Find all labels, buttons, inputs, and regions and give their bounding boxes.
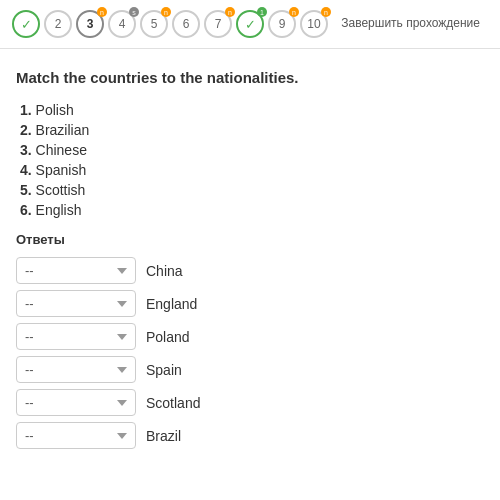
step-8-badge: 1 — [257, 7, 267, 17]
nationality-item: 5. Scottish — [20, 182, 484, 198]
answer-rows: --PolishBrazilianChineseSpanishScottishE… — [16, 257, 484, 449]
answer-country-label: Brazil — [146, 428, 181, 444]
answer-row: --PolishBrazilianChineseSpanishScottishE… — [16, 290, 484, 317]
step-9[interactable]: n 9 — [268, 10, 296, 38]
nationality-item: 3. Chinese — [20, 142, 484, 158]
nav-steps: ✓ 2 n 3 s 4 n 5 6 n 7 — [12, 10, 333, 38]
step-8[interactable]: 1 ✓ — [236, 10, 264, 38]
answer-row: --PolishBrazilianChineseSpanishScottishE… — [16, 323, 484, 350]
step-7-badge: n — [225, 7, 235, 17]
step-6[interactable]: 6 — [172, 10, 200, 38]
nationality-item: 1. Polish — [20, 102, 484, 118]
answer-select-1[interactable]: --PolishBrazilianChineseSpanishScottishE… — [16, 257, 136, 284]
nationality-item: 4. Spanish — [20, 162, 484, 178]
step-4-badge: s — [129, 7, 139, 17]
nav-header: ✓ 2 n 3 s 4 n 5 6 n 7 — [0, 0, 500, 49]
nationalities-list: 1. Polish2. Brazilian3. Chinese4. Spanis… — [16, 102, 484, 218]
answer-country-label: China — [146, 263, 183, 279]
step-10[interactable]: n 10 — [300, 10, 328, 38]
answer-country-label: Poland — [146, 329, 190, 345]
main-content: Match the countries to the nationalities… — [0, 49, 500, 465]
answers-label: Ответы — [16, 232, 484, 247]
step-4[interactable]: s 4 — [108, 10, 136, 38]
step-2[interactable]: 2 — [44, 10, 72, 38]
answer-country-label: Spain — [146, 362, 182, 378]
finish-button[interactable]: Завершить прохождение — [333, 12, 488, 36]
step-7[interactable]: n 7 — [204, 10, 232, 38]
answer-select-3[interactable]: --PolishBrazilianChineseSpanishScottishE… — [16, 323, 136, 350]
answer-row: --PolishBrazilianChineseSpanishScottishE… — [16, 257, 484, 284]
step-1[interactable]: ✓ — [12, 10, 40, 38]
step-9-badge: n — [289, 7, 299, 17]
step-10-badge: n — [321, 7, 331, 17]
step-3[interactable]: n 3 — [76, 10, 104, 38]
nationality-item: 2. Brazilian — [20, 122, 484, 138]
question-title: Match the countries to the nationalities… — [16, 69, 484, 86]
answer-row: --PolishBrazilianChineseSpanishScottishE… — [16, 356, 484, 383]
answer-select-2[interactable]: --PolishBrazilianChineseSpanishScottishE… — [16, 290, 136, 317]
step-5[interactable]: n 5 — [140, 10, 168, 38]
answer-row: --PolishBrazilianChineseSpanishScottishE… — [16, 389, 484, 416]
answer-row: --PolishBrazilianChineseSpanishScottishE… — [16, 422, 484, 449]
step-5-badge: n — [161, 7, 171, 17]
nationality-item: 6. English — [20, 202, 484, 218]
answer-country-label: England — [146, 296, 197, 312]
answer-select-4[interactable]: --PolishBrazilianChineseSpanishScottishE… — [16, 356, 136, 383]
answer-select-5[interactable]: --PolishBrazilianChineseSpanishScottishE… — [16, 389, 136, 416]
answer-select-6[interactable]: --PolishBrazilianChineseSpanishScottishE… — [16, 422, 136, 449]
step-3-badge: n — [97, 7, 107, 17]
answer-country-label: Scotland — [146, 395, 200, 411]
